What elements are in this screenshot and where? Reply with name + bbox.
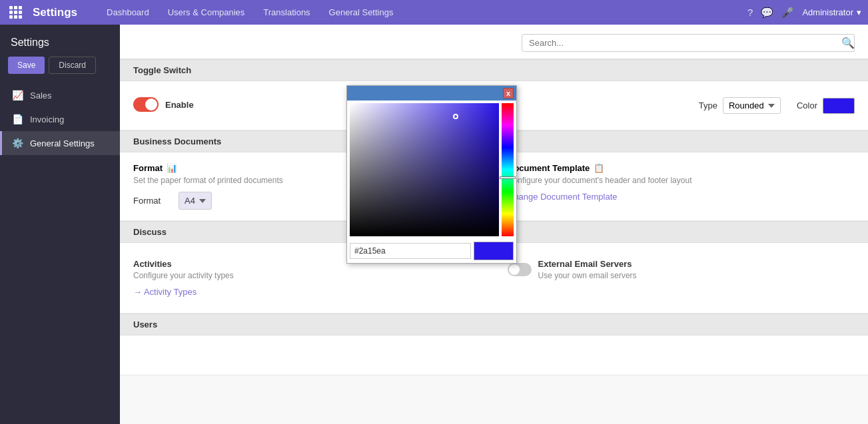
nav-general-settings[interactable]: General Settings bbox=[320, 0, 403, 25]
color-hue-strip[interactable] bbox=[502, 103, 514, 236]
sidebar-item-invoicing-label: Invoicing bbox=[30, 114, 64, 124]
grid-menu-icon[interactable] bbox=[7, 3, 25, 21]
color-picker-close-button[interactable]: x bbox=[503, 88, 514, 99]
enable-toggle-row: Enable bbox=[133, 97, 245, 112]
format-title: Format bbox=[133, 163, 163, 173]
activities-desc: Configure your activity types bbox=[133, 271, 481, 280]
nav-users-companies[interactable]: Users & Companies bbox=[159, 0, 254, 25]
color-label: Color bbox=[797, 101, 817, 110]
color-picker-popup: x bbox=[346, 85, 517, 264]
sidebar-item-general-label: General Settings bbox=[30, 138, 95, 148]
color-gradient[interactable] bbox=[350, 103, 499, 236]
nav-dashboard[interactable]: Dashboard bbox=[97, 0, 159, 25]
template-col: Document Template 📋 Configure your docum… bbox=[494, 163, 855, 210]
email-title: External Email Servers bbox=[538, 259, 637, 269]
type-row: Type Rounded Square bbox=[699, 97, 781, 114]
mic-icon[interactable]: 🎤 bbox=[781, 7, 794, 19]
app-title: Settings bbox=[33, 6, 77, 19]
color-row: Color bbox=[797, 98, 855, 114]
format-icon: 📊 bbox=[167, 163, 177, 173]
color-gradient-cursor bbox=[453, 114, 458, 119]
sidebar-item-sales[interactable]: 📈 Sales bbox=[0, 83, 120, 107]
sidebar-item-invoicing[interactable]: 📄 Invoicing bbox=[0, 107, 120, 131]
hue-cursor bbox=[500, 176, 516, 179]
activities-item: Activities Configure your activity types… bbox=[133, 259, 481, 297]
email-desc: Use your own email servers bbox=[538, 271, 637, 280]
search-input[interactable] bbox=[522, 34, 855, 52]
nav-translations[interactable]: Translations bbox=[254, 0, 319, 25]
user-menu[interactable]: Administrator ▾ bbox=[802, 7, 861, 17]
sidebar: Settings Save Discard 📈 Sales 📄 Invoicin… bbox=[0, 25, 120, 424]
email-toggle[interactable] bbox=[508, 263, 532, 276]
enable-label: Enable bbox=[165, 100, 245, 110]
color-picker-bottom bbox=[347, 239, 516, 263]
navbar: Settings Dashboard Users & Companies Tra… bbox=[0, 0, 868, 25]
user-label: Administrator bbox=[802, 7, 853, 17]
invoicing-icon: 📄 bbox=[11, 113, 23, 125]
color-picker-titlebar: x bbox=[347, 86, 516, 101]
template-title: Document Template bbox=[508, 163, 590, 173]
email-servers-item: External Email Servers Use your own emai… bbox=[508, 259, 855, 297]
type-dropdown[interactable]: Rounded Square bbox=[723, 97, 781, 114]
template-icon: 📋 bbox=[594, 163, 604, 173]
format-select[interactable]: A4 bbox=[179, 192, 212, 210]
users-section bbox=[120, 335, 868, 375]
toggle-switch-section-header: Toggle Switch bbox=[120, 59, 868, 81]
template-description: Configure your document's header and foo… bbox=[508, 176, 855, 185]
enable-toggle[interactable] bbox=[133, 97, 159, 112]
navbar-right: ? 💬 🎤 Administrator ▾ bbox=[747, 7, 861, 19]
color-picker-body bbox=[347, 101, 516, 239]
general-icon: ⚙️ bbox=[11, 137, 23, 149]
sidebar-actions: Save Discard bbox=[0, 57, 120, 83]
sidebar-item-general[interactable]: ⚙️ General Settings bbox=[0, 131, 120, 155]
type-label: Type bbox=[699, 101, 717, 110]
format-label: Format bbox=[133, 196, 173, 206]
color-swatch[interactable] bbox=[823, 98, 855, 114]
discard-button[interactable]: Discard bbox=[49, 57, 96, 74]
sidebar-heading: Settings bbox=[0, 25, 120, 57]
color-hex-input[interactable] bbox=[350, 243, 471, 259]
help-icon[interactable]: ? bbox=[747, 7, 753, 18]
search-bar-area: 🔍 bbox=[120, 25, 868, 59]
sales-icon: 📈 bbox=[11, 89, 23, 101]
navbar-menu: Dashboard Users & Companies Translations… bbox=[97, 0, 402, 25]
sidebar-item-sales-label: Sales bbox=[30, 91, 52, 101]
activity-types-link[interactable]: → Activity Types bbox=[133, 287, 197, 297]
color-preview-box bbox=[474, 242, 514, 260]
change-template-link[interactable]: Change Document Template bbox=[508, 192, 618, 202]
save-button[interactable]: Save bbox=[8, 57, 45, 74]
chat-icon[interactable]: 💬 bbox=[761, 7, 773, 19]
users-section-header: Users bbox=[120, 314, 868, 335]
user-dropdown-icon: ▾ bbox=[857, 7, 861, 17]
